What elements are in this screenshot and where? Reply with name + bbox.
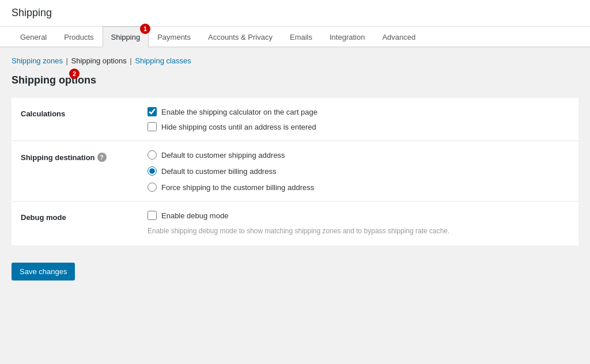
option-debug-enable: Enable debug mode xyxy=(148,211,569,220)
content-area: Shipping zones | Shipping options | Ship… xyxy=(0,47,590,290)
tab-general[interactable]: General xyxy=(12,26,55,47)
tab-advanced[interactable]: Advanced xyxy=(373,26,424,47)
help-icon[interactable]: ? xyxy=(97,153,107,162)
checkbox-calc-hide[interactable] xyxy=(148,122,157,131)
subnav-separator: | xyxy=(64,56,70,65)
shipping-destination-label-text: Shipping destination xyxy=(21,153,95,162)
section-title: Shipping options 2 xyxy=(12,74,578,86)
control-debug-mode: Enable debug modeEnable shipping debug m… xyxy=(138,202,578,246)
subnav-shipping-zones[interactable]: Shipping zones xyxy=(12,56,63,65)
control-shipping-destination: Default to customer shipping addressDefa… xyxy=(138,141,578,202)
label-shipping-destination: Shipping destination? xyxy=(12,141,138,202)
option-calc-enable: Enable the shipping calculator on the ca… xyxy=(148,107,569,116)
tab-payments[interactable]: Payments xyxy=(149,26,199,47)
tab-bar: GeneralProductsShipping1PaymentsAccounts… xyxy=(0,26,590,47)
radio-dest-force-billing[interactable] xyxy=(148,183,157,192)
subnav-shipping-classes[interactable]: Shipping classes xyxy=(135,56,191,65)
page-wrapper: Shipping GeneralProductsShipping1Payment… xyxy=(0,0,590,290)
label-dest-billing[interactable]: Default to customer billing address xyxy=(161,167,276,176)
page-header: Shipping xyxy=(0,0,590,26)
option-calc-hide: Hide shipping costs until an address is … xyxy=(148,122,569,131)
subnav-shipping-options[interactable]: Shipping options xyxy=(71,56,127,65)
tab-accounts-privacy[interactable]: Accounts & Privacy xyxy=(199,26,281,47)
step-badge-2: 2 xyxy=(69,69,80,79)
save-changes-button[interactable]: Save changes xyxy=(12,263,75,280)
subnav-separator: | xyxy=(128,56,134,65)
checkbox-debug-enable[interactable] xyxy=(148,211,157,220)
label-calc-hide[interactable]: Hide shipping costs until an address is … xyxy=(161,123,316,131)
radio-dest-shipping[interactable] xyxy=(148,150,157,160)
label-dest-force-billing[interactable]: Force shipping to the customer billing a… xyxy=(161,183,314,192)
option-dest-force-billing: Force shipping to the customer billing a… xyxy=(148,183,569,192)
label-debug-enable[interactable]: Enable debug mode xyxy=(161,211,228,220)
label-calc-enable[interactable]: Enable the shipping calculator on the ca… xyxy=(161,108,317,116)
control-calculations: Enable the shipping calculator on the ca… xyxy=(138,98,578,141)
label-debug-mode: Debug mode xyxy=(12,202,138,246)
tab-shipping[interactable]: Shipping1 xyxy=(103,26,149,47)
page-title: Shipping xyxy=(12,7,578,19)
tab-products[interactable]: Products xyxy=(55,26,102,47)
label-with-help: Shipping destination? xyxy=(21,153,129,162)
option-dest-shipping: Default to customer shipping address xyxy=(148,150,569,160)
option-dest-billing: Default to customer billing address xyxy=(148,166,569,176)
label-dest-shipping[interactable]: Default to customer shipping address xyxy=(161,151,285,160)
tab-integration[interactable]: Integration xyxy=(321,26,373,47)
tab-emails[interactable]: Emails xyxy=(281,26,321,47)
label-calculations: Calculations xyxy=(12,98,138,141)
checkbox-calc-enable[interactable] xyxy=(148,107,157,116)
debug-mode-description: Enable shipping debug mode to show match… xyxy=(148,226,569,236)
radio-dest-billing[interactable] xyxy=(148,166,157,176)
settings-table: CalculationsEnable the shipping calculat… xyxy=(12,98,578,245)
settings-row-debug-mode: Debug modeEnable debug modeEnable shippi… xyxy=(12,202,578,246)
sub-nav: Shipping zones | Shipping options | Ship… xyxy=(12,56,578,65)
settings-row-shipping-destination: Shipping destination?Default to customer… xyxy=(12,141,578,202)
settings-row-calculations: CalculationsEnable the shipping calculat… xyxy=(12,98,578,141)
